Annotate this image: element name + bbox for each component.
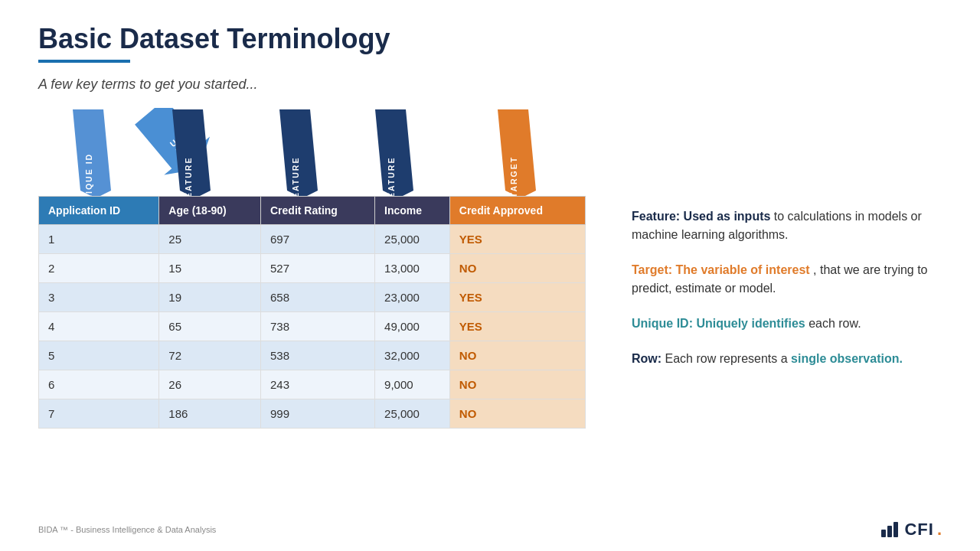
footer-text: BIDA ™ - Business Intelligence & Data An…: [38, 525, 216, 534]
cell-r3-c4: YES: [449, 312, 585, 341]
cfi-logo: CFI .: [881, 520, 942, 540]
cfi-logo-dot: .: [937, 520, 942, 540]
cell-r6-c1: 186: [159, 399, 261, 429]
arrows-container: U N I Q U E: [38, 108, 586, 196]
cell-r3-c1: 65: [159, 312, 261, 341]
cell-r0-c3: 25,000: [375, 225, 450, 254]
table-row: 46573849,000YES: [39, 312, 586, 341]
footer: BIDA ™ - Business Intelligence & Data An…: [38, 520, 942, 540]
cell-r4-c4: NO: [449, 341, 585, 370]
cell-r4-c1: 72: [159, 341, 261, 370]
def-uniqueid-bold: Unique ID: Uniquely identifies: [632, 317, 808, 330]
cell-r2-c3: 23,000: [375, 283, 450, 312]
cell-r3-c3: 49,000: [375, 312, 450, 341]
cell-r6-c4: NO: [449, 399, 585, 429]
cell-r5-c3: 9,000: [375, 370, 450, 399]
cell-r4-c2: 538: [260, 341, 374, 370]
table-row: 21552713,000NO: [39, 254, 586, 283]
page-title: Basic Dataset Terminology: [38, 23, 942, 55]
right-panel: Feature: Used as inputs to calculations …: [616, 108, 942, 385]
cell-r5-c1: 26: [159, 370, 261, 399]
cell-r5-c4: NO: [449, 370, 585, 399]
table-row: 31965823,000YES: [39, 283, 586, 312]
cell-r6-c2: 999: [260, 399, 374, 429]
cell-r0-c0: 1: [39, 225, 159, 254]
table-row: 57253832,000NO: [39, 341, 586, 370]
cell-r4-c0: 5: [39, 341, 159, 370]
slide: Basic Dataset Terminology A few key term…: [0, 0, 980, 551]
cell-r0-c4: YES: [449, 225, 585, 254]
cell-r6-c3: 25,000: [375, 399, 450, 429]
cell-r1-c0: 2: [39, 254, 159, 283]
title-underline: [38, 60, 130, 63]
svg-text:TARGET: TARGET: [509, 156, 518, 196]
def-uniqueid: Unique ID: Uniquely identifies each row.: [632, 315, 942, 333]
def-row-highlight: single observation.: [791, 352, 903, 365]
def-target-bold: Target: The variable of interest: [632, 263, 810, 276]
svg-text:UNIQUE ID: UNIQUE ID: [84, 153, 93, 196]
cell-r3-c2: 738: [260, 312, 374, 341]
def-uniqueid-rest: each row.: [808, 317, 861, 330]
cell-r2-c0: 3: [39, 283, 159, 312]
cell-r2-c4: YES: [449, 283, 585, 312]
col-header-credit: Credit Rating: [260, 197, 374, 225]
def-row-rest: Each row represents a: [665, 352, 792, 365]
data-table: Application ID Age (18-90) Credit Rating…: [38, 196, 586, 429]
cell-r2-c1: 19: [159, 283, 261, 312]
col-header-income: Income: [375, 197, 450, 225]
col-header-id: Application ID: [39, 197, 159, 225]
col-header-approved: Credit Approved: [449, 197, 585, 225]
cell-r5-c0: 6: [39, 370, 159, 399]
main-content: U N I Q U E: [38, 108, 942, 429]
cell-r3-c0: 4: [39, 312, 159, 341]
cell-r0-c2: 697: [260, 225, 374, 254]
svg-text:FEATURE: FEATURE: [184, 157, 193, 196]
cell-r1-c4: NO: [449, 254, 585, 283]
cell-r1-c2: 527: [260, 254, 374, 283]
left-section: U N I Q U E: [38, 108, 586, 429]
cell-r1-c1: 15: [159, 254, 261, 283]
svg-text:FEATURE: FEATURE: [387, 157, 396, 196]
col-header-age: Age (18-90): [159, 197, 261, 225]
def-row: Row: Each row represents a single observ…: [632, 350, 942, 368]
def-target: Target: The variable of interest , that …: [632, 261, 942, 298]
cell-r2-c2: 658: [260, 283, 374, 312]
def-feature-bold: Feature: Used as inputs: [632, 210, 774, 223]
table-row: 12569725,000YES: [39, 225, 586, 254]
table-row: 6262439,000NO: [39, 370, 586, 399]
cfi-bar-3: [893, 522, 898, 537]
cell-r0-c1: 25: [159, 225, 261, 254]
cfi-logo-bars: [881, 522, 898, 537]
cfi-logo-text: CFI: [904, 520, 933, 540]
cell-r6-c0: 7: [39, 399, 159, 429]
cell-r5-c2: 243: [260, 370, 374, 399]
cfi-bar-2: [887, 526, 892, 537]
table-row: 718699925,000NO: [39, 399, 586, 429]
subtitle: A few key terms to get you started...: [38, 77, 942, 93]
def-feature: Feature: Used as inputs to calculations …: [632, 207, 942, 244]
svg-text:FEATURE: FEATURE: [291, 157, 300, 196]
cell-r4-c3: 32,000: [375, 341, 450, 370]
cfi-bar-1: [881, 530, 886, 537]
def-row-bold: Row:: [632, 352, 665, 365]
cell-r1-c3: 13,000: [375, 254, 450, 283]
